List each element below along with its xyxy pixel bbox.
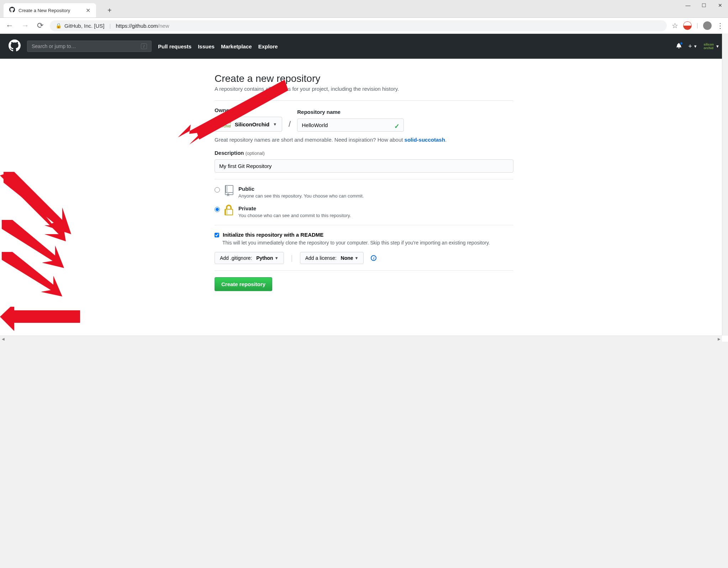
readme-label: Initialize this repository with a README — [223, 232, 323, 238]
profile-avatar-icon[interactable] — [703, 21, 712, 30]
nav-marketplace[interactable]: Marketplace — [221, 43, 252, 49]
checkmark-valid-icon: ✓ — [394, 122, 400, 130]
back-button[interactable]: ← — [4, 20, 15, 32]
github-header: / Pull requests Issues Marketplace Explo… — [0, 34, 728, 59]
window-maximize-button[interactable]: ☐ — [696, 0, 712, 11]
repo-private-lock-icon — [224, 205, 234, 217]
tab-close-button[interactable]: ✕ — [86, 7, 90, 14]
public-label: Public — [238, 186, 364, 192]
reload-button[interactable]: ⟳ — [36, 20, 45, 32]
description-input[interactable] — [215, 159, 513, 173]
browser-menu-button[interactable]: ⋮ — [717, 21, 724, 30]
nav-issues[interactable]: Issues — [198, 43, 215, 49]
svg-marker-5 — [2, 252, 62, 296]
annotation-arrow-create-button — [0, 307, 82, 333]
notifications-bell-icon[interactable] — [676, 43, 682, 50]
window-minimize-button[interactable]: — — [680, 0, 696, 11]
annotation-arrow-gitignore — [0, 252, 64, 303]
github-logo-icon[interactable] — [9, 40, 21, 53]
create-repository-button[interactable]: Create repository — [215, 277, 272, 291]
readme-help: This will let you immediately clone the … — [222, 240, 513, 246]
window-close-button[interactable]: ✕ — [712, 0, 728, 11]
bookmark-star-icon[interactable]: ☆ — [672, 21, 678, 30]
ublock-extension-icon[interactable] — [683, 21, 692, 30]
private-help: You choose who can see and commit to thi… — [238, 213, 351, 218]
new-tab-button[interactable]: + — [103, 4, 116, 17]
slash-key-hint: / — [141, 43, 147, 49]
svg-marker-1 — [196, 80, 288, 140]
forward-button[interactable]: → — [20, 20, 31, 32]
description-label: Description (optional) — [215, 150, 513, 156]
private-radio[interactable] — [215, 207, 220, 212]
url-org: GitHub, Inc. [US] — [64, 23, 105, 29]
public-radio[interactable] — [215, 187, 220, 193]
public-help: Anyone can see this repository. You choo… — [238, 193, 364, 199]
annotation-arrow-repo-name — [178, 80, 292, 149]
repo-name-input[interactable] — [297, 119, 404, 132]
horizontal-scrollbar[interactable]: ◀ ▶ — [0, 336, 722, 342]
url-input[interactable]: 🔒 GitHub, Inc. [US] | https://github.com… — [50, 20, 667, 31]
scroll-right-icon[interactable]: ▶ — [716, 336, 722, 342]
lock-icon: 🔒 — [56, 23, 62, 28]
github-search-box[interactable]: / — [27, 41, 152, 52]
search-input[interactable] — [32, 43, 141, 49]
repo-name-label: Repository name — [297, 109, 404, 115]
license-info-icon[interactable]: i — [371, 255, 376, 261]
user-menu-dropdown[interactable]: siliconorchid ▼ — [704, 43, 719, 50]
browser-tab[interactable]: Create a New Repository ✕ — [4, 3, 96, 17]
private-label: Private — [238, 205, 351, 211]
nav-explore[interactable]: Explore — [258, 43, 278, 49]
license-dropdown[interactable]: Add a license: None ▼ — [300, 252, 364, 264]
name-suggestion-link[interactable]: solid-succotash — [405, 137, 445, 143]
gitignore-dropdown[interactable]: Add .gitignore: Python ▼ — [215, 252, 284, 264]
readme-checkbox[interactable] — [215, 233, 219, 237]
scroll-left-icon[interactable]: ◀ — [0, 336, 6, 342]
nav-pull-requests[interactable]: Pull requests — [158, 43, 191, 49]
github-favicon-icon — [9, 7, 15, 14]
address-bar: ← → ⟳ 🔒 GitHub, Inc. [US] | https://gith… — [0, 18, 728, 34]
svg-marker-6 — [0, 307, 80, 331]
create-new-dropdown[interactable]: +▼ — [688, 43, 697, 50]
repo-public-icon — [224, 185, 234, 198]
tab-title: Create a New Repository — [19, 8, 82, 13]
vertical-scrollbar[interactable] — [722, 33, 728, 336]
browser-tab-bar: — ☐ ✕ Create a New Repository ✕ + — [0, 0, 728, 18]
